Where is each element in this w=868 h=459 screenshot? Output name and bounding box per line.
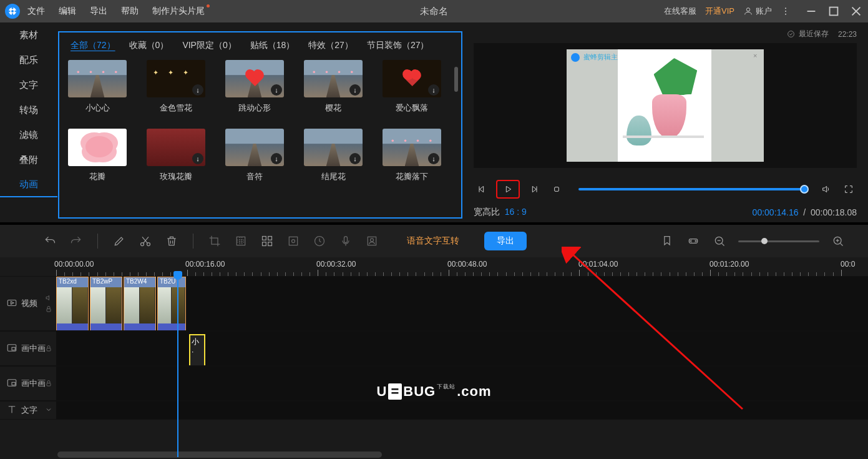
nav-overlay[interactable]: 叠附 [0, 147, 57, 172]
lib-label: 花瓣 [89, 171, 105, 182]
lib-item[interactable]: ↓音符 [225, 129, 284, 182]
last-saved-label: 最近保存 [799, 29, 829, 39]
mosaic-button[interactable] [233, 234, 248, 249]
volume-icon[interactable] [45, 294, 52, 302]
zoom-out-button[interactable] [712, 234, 727, 249]
lock-icon[interactable] [45, 380, 52, 387]
svg-point-14 [788, 31, 794, 37]
menu-intro-outro[interactable]: 制作片头片尾 [152, 6, 205, 17]
nav-filter[interactable]: 滤镜 [0, 122, 57, 147]
video-clip[interactable]: TB2W4 [124, 277, 156, 330]
close-button[interactable] [849, 4, 863, 18]
export-button[interactable]: 导出 [484, 232, 527, 250]
chevron-down-icon[interactable] [45, 406, 52, 415]
lib-thumb: ↓ [383, 129, 441, 166]
download-icon[interactable]: ↓ [192, 84, 203, 96]
vip-link[interactable]: 开通VIP [705, 6, 734, 17]
menu-help[interactable]: 帮助 [121, 6, 139, 17]
track-head-pip: 画中画 [0, 367, 56, 400]
lib-item[interactable]: ↓结尾花 [304, 129, 363, 182]
lib-item[interactable]: ↓爱心飘落 [383, 60, 441, 114]
lib-thumb: ↓ [304, 129, 363, 166]
cat-effect[interactable]: 特效（27） [308, 40, 353, 51]
account-menu[interactable]: 账户 [743, 6, 772, 17]
menu-file[interactable]: 文件 [27, 6, 45, 17]
nav-music[interactable]: 配乐 [0, 47, 57, 72]
lib-item[interactable]: ↓玫瑰花瓣 [147, 129, 205, 182]
volume-button[interactable] [818, 181, 834, 197]
preview-stage[interactable]: 蜜蜂剪辑主 × [474, 43, 857, 168]
overlay-clip[interactable]: 小· [189, 334, 205, 365]
prev-frame-button[interactable] [474, 181, 490, 197]
ruler-label: 00:00:48.00 [447, 260, 487, 269]
seek-thumb[interactable] [800, 185, 809, 194]
time-display: 00:00:14.16 / 00:00:18.08 [753, 207, 857, 217]
menu-edit[interactable]: 编辑 [59, 6, 76, 17]
video-track: 视频 TB2xd TB2wP TB2W4 TB2U [0, 276, 868, 331]
svg-rect-48 [47, 383, 51, 387]
cat-all[interactable]: 全部（72） [71, 40, 115, 51]
undo-button[interactable] [42, 234, 57, 249]
redo-button[interactable] [69, 234, 84, 249]
svg-rect-25 [289, 237, 297, 245]
track-label: 画中画 [21, 343, 46, 354]
marker-button[interactable] [660, 234, 675, 249]
preview-close-icon[interactable]: × [753, 52, 761, 60]
voice-convert-button[interactable]: 语音文字互转 [407, 235, 459, 247]
menu-export[interactable]: 导出 [90, 6, 107, 17]
pen-button[interactable] [112, 234, 127, 249]
video-clip[interactable]: TB2wP [90, 277, 122, 330]
mic-button[interactable] [338, 234, 353, 249]
cat-sticker[interactable]: 贴纸（18） [250, 40, 295, 51]
video-track-icon [6, 297, 17, 310]
cat-vip[interactable]: VIP限定（0） [182, 40, 236, 51]
online-support-link[interactable]: 在线客服 [664, 6, 696, 17]
lib-item[interactable]: ↓花瓣落下 [383, 129, 441, 182]
lock-icon[interactable] [45, 305, 52, 313]
download-icon[interactable]: ↓ [428, 84, 439, 96]
zoom-slider[interactable] [738, 240, 819, 242]
person-button[interactable] [364, 234, 379, 249]
download-icon[interactable]: ↓ [349, 153, 361, 164]
next-frame-button[interactable] [526, 181, 542, 197]
nav-animation[interactable]: 动画 [0, 172, 57, 197]
lib-item[interactable]: 花瓣 [68, 129, 127, 182]
lib-item[interactable]: 小心心 [68, 60, 127, 114]
library-scrollbar[interactable] [454, 67, 458, 92]
playhead[interactable] [177, 276, 178, 457]
crop-button[interactable] [207, 234, 222, 249]
cat-favorite[interactable]: 收藏（0） [129, 40, 169, 51]
video-clip[interactable]: TB2xd [56, 277, 89, 330]
fit-button[interactable] [686, 234, 701, 249]
nav-transition[interactable]: 转场 [0, 97, 57, 122]
download-icon[interactable]: ↓ [349, 84, 361, 96]
download-icon[interactable]: ↓ [192, 153, 203, 164]
download-icon[interactable]: ↓ [271, 84, 282, 96]
lib-item[interactable]: ↓樱花 [304, 60, 363, 114]
timeline-scrollbar[interactable] [57, 452, 382, 458]
play-button[interactable] [496, 180, 520, 199]
frame-button[interactable] [286, 234, 301, 249]
delete-button[interactable] [164, 234, 179, 249]
minimize-button[interactable] [804, 4, 818, 18]
lib-item[interactable]: ↓金色雪花 [147, 60, 205, 114]
pip-track-icon [6, 377, 17, 390]
cut-button[interactable] [138, 234, 153, 249]
download-icon[interactable]: ↓ [271, 153, 282, 164]
seek-bar[interactable] [578, 188, 804, 190]
app-icon [5, 4, 20, 19]
grid-button[interactable] [260, 234, 275, 249]
video-clip[interactable]: TB2U [157, 277, 186, 330]
nav-text[interactable]: 文字 [0, 72, 57, 97]
stop-button[interactable] [549, 181, 565, 197]
more-icon[interactable] [781, 6, 791, 16]
download-icon[interactable]: ↓ [428, 153, 439, 164]
fullscreen-button[interactable] [841, 181, 857, 197]
lib-item[interactable]: ↓跳动心形 [225, 60, 284, 114]
maximize-button[interactable] [827, 4, 841, 18]
clock-button[interactable] [312, 234, 327, 249]
zoom-in-button[interactable] [831, 234, 846, 249]
lock-icon[interactable] [45, 345, 52, 352]
nav-material[interactable]: 素材 [0, 22, 57, 47]
cat-holiday[interactable]: 节日装饰（27） [367, 40, 429, 51]
